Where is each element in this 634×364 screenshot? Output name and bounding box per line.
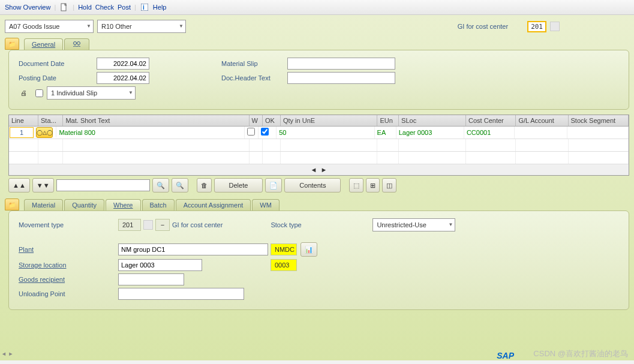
post-link[interactable]: Post [118, 4, 131, 11]
doc-header-input[interactable] [287, 72, 395, 84]
tree-icon[interactable]: ⊞ [366, 178, 380, 192]
mvt-text: GI for cost center [172, 221, 223, 228]
svg-text:i: i [143, 4, 145, 11]
doc-date-input[interactable] [97, 58, 149, 70]
recip-input[interactable] [118, 273, 184, 285]
new-doc-icon[interactable] [59, 2, 69, 12]
grid-scroll[interactable]: ◄► [9, 164, 629, 175]
doc-date-label: Document Date [19, 60, 97, 67]
trash-icon[interactable]: 🗑 [197, 178, 212, 192]
w-checkbox[interactable] [247, 128, 255, 136]
post-date-label: Posting Date [19, 74, 97, 82]
delete-button[interactable]: Delete [214, 178, 263, 192]
stock-combo[interactable]: Unrestricted-Use [372, 218, 455, 231]
tab-general[interactable]: General [24, 38, 63, 50]
info-icon: i [140, 2, 149, 12]
reference-combo[interactable]: R10 Other [97, 20, 186, 33]
gi-label: GI for cost center [458, 23, 508, 30]
tab-quantity[interactable]: Quantity [64, 199, 104, 210]
svg-rect-1 [141, 4, 148, 11]
mvt-special[interactable] [143, 220, 153, 230]
folder-icon[interactable]: 📁 [5, 198, 19, 210]
separator: | [134, 4, 136, 11]
button-bar: ▲▲ ▼▼ 🔍 🔍 🗑 Delete 📄 Contents ⬚ ⊞ ◫ [8, 178, 629, 192]
search-input[interactable] [56, 179, 150, 191]
post-date-input[interactable] [97, 72, 149, 84]
tab-batch[interactable]: Batch [142, 199, 175, 210]
unload-label: Unloading Point [19, 290, 118, 297]
table-row[interactable] [9, 152, 629, 164]
status-icon: ◯△◯ [36, 127, 53, 138]
qty-cell[interactable]: 50 [277, 127, 374, 139]
tab-account[interactable]: Account Assignment [176, 199, 251, 210]
sloc-code: 0003 [271, 259, 297, 271]
folder-icon[interactable]: 📁 [5, 38, 19, 50]
hold-link[interactable]: Hold [78, 4, 92, 11]
find-next-icon[interactable]: 🔍 [172, 178, 188, 192]
plant-label: Plant [19, 246, 118, 253]
expand-icon[interactable]: ⬚ [349, 178, 363, 192]
mat-slip-label: Material Slip [221, 60, 287, 67]
tab-where[interactable]: Where [106, 199, 140, 210]
main-area: A07 Goods Issue R10 Other GI for cost ce… [0, 15, 634, 360]
special-stock-box[interactable] [550, 22, 560, 31]
doc-header-label: Doc.Header Text [221, 74, 287, 82]
find-icon[interactable]: 🔍 [152, 178, 169, 192]
stock-label: Stock type [271, 221, 372, 228]
print-icon[interactable]: 🖨 [19, 88, 28, 98]
top-toolbar: Show Overview | | Hold Check Post | i He… [0, 0, 634, 15]
contents-button[interactable]: Contents [284, 178, 341, 192]
slip-combo[interactable]: 1 Individual Slip [47, 86, 136, 100]
mat-text-cell: Material 800 [56, 127, 245, 139]
svg-point-4 [77, 42, 80, 45]
sap-logo: SAP [497, 351, 514, 360]
first-icon[interactable]: ▲▲ [8, 178, 30, 192]
mvt-sign: − [155, 219, 170, 231]
mvt-label: Movement type [19, 221, 118, 228]
tab-wm[interactable]: WM [252, 199, 280, 210]
header-panel: Document Date Posting Date 🖨 1 Individua… [8, 50, 629, 110]
table-row[interactable]: 1 ◯△◯ Material 800 50 EA Lager 0003 CC00… [9, 127, 629, 139]
resize-handle[interactable]: ◄ ► [1, 351, 13, 357]
action-combo[interactable]: A07 Goods Issue [5, 20, 94, 33]
mat-slip-input[interactable] [287, 58, 395, 70]
separator: | [54, 4, 56, 11]
sloc-label: Storage location [19, 261, 118, 269]
help-link[interactable]: Help [153, 4, 167, 11]
last-icon[interactable]: ▼▼ [32, 178, 54, 192]
plant-code: NMDC [271, 243, 297, 255]
svg-point-3 [74, 42, 77, 45]
unit-cell: EA [375, 127, 396, 139]
ok-checkbox[interactable] [261, 128, 269, 136]
tab-material[interactable]: Material [24, 199, 63, 210]
doc-icon[interactable]: 📄 [265, 178, 282, 192]
recip-label: Goods recipient [19, 276, 118, 283]
items-grid: Line Sta... Mat. Short Text W OK Qty in … [8, 115, 629, 176]
sloc-cell: Lager 0003 [396, 127, 464, 139]
cc-cell: CC0001 [464, 127, 515, 139]
slip-checkbox[interactable] [35, 89, 43, 97]
table-row[interactable] [9, 139, 629, 152]
chart-icon[interactable]: 📊 [301, 242, 317, 257]
sloc-input[interactable] [118, 259, 202, 271]
unload-input[interactable] [118, 288, 244, 300]
tab-partners[interactable] [64, 38, 89, 50]
movement-code[interactable]: 201 [527, 21, 546, 32]
grid-header: Line Sta... Mat. Short Text W OK Qty in … [9, 115, 629, 127]
collapse-icon[interactable]: ◫ [382, 178, 396, 192]
mvt-value: 201 [118, 219, 141, 231]
check-link[interactable]: Check [95, 4, 114, 11]
line-number: 1 [10, 127, 34, 138]
separator: | [73, 4, 74, 11]
detail-panel: Movement type 201 − GI for cost center S… [8, 210, 629, 310]
show-overview-link[interactable]: Show Overview [5, 4, 50, 11]
watermark: CSDN @喜欢打酱油的老鸟 [533, 348, 628, 359]
plant-input[interactable] [118, 243, 268, 255]
